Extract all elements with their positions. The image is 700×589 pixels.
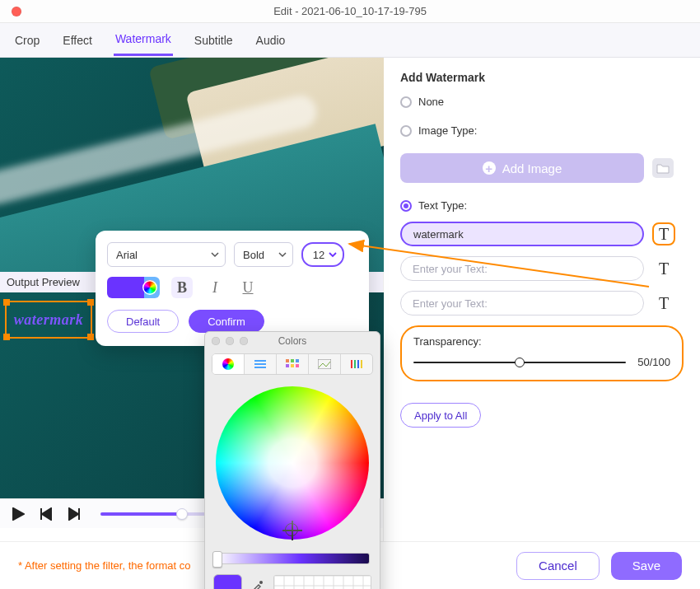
svg-rect-17 (351, 360, 352, 368)
add-image-button[interactable]: + Add Image (400, 153, 644, 183)
eyedropper-button[interactable] (250, 578, 265, 589)
radio-image-row[interactable]: Image Type: (400, 124, 684, 137)
watermark-text-input-3[interactable]: Enter your Text: (400, 291, 644, 316)
colors-traffic-lights[interactable] (212, 337, 248, 345)
pencils-icon (350, 359, 363, 369)
color-wheel-icon (142, 280, 157, 295)
svg-rect-15 (296, 364, 299, 367)
watermark-text-placeholder-2: Enter your Text: (413, 263, 488, 275)
watermark-text-value: watermark (413, 228, 464, 241)
resize-handle-tl[interactable] (3, 299, 10, 306)
radio-text[interactable] (400, 200, 412, 212)
svg-rect-7 (254, 360, 266, 362)
font-size-value: 12 (313, 249, 324, 261)
transparency-value: 50/100 (637, 356, 670, 368)
text-style-button-1[interactable]: T (652, 222, 675, 245)
add-image-label: Add Image (502, 161, 562, 175)
bold-button[interactable]: B (171, 277, 193, 298)
plus-circle-icon: + (483, 161, 496, 175)
font-size-select[interactable]: 12 (301, 242, 344, 267)
cancel-button[interactable]: Cancel (516, 552, 600, 580)
resize-handle-tr[interactable] (87, 299, 94, 306)
transparency-section: Transparency: 50/100 (400, 325, 684, 381)
right-panel-title: Add Watermark (400, 71, 684, 84)
play-button[interactable] (10, 506, 26, 522)
svg-rect-12 (296, 359, 299, 362)
svg-rect-11 (291, 359, 294, 362)
colors-tab-pencils[interactable] (341, 354, 372, 374)
tab-effect[interactable]: Effect (61, 26, 94, 55)
tab-subtitle[interactable]: Subtitle (193, 26, 235, 55)
text-color-button[interactable] (107, 277, 160, 298)
svg-marker-1 (42, 508, 51, 520)
svg-point-21 (259, 581, 263, 584)
colors-title: Colors (278, 335, 307, 347)
current-color-swatch[interactable] (213, 574, 242, 589)
tab-audio[interactable]: Audio (254, 26, 287, 55)
underline-button[interactable]: U (237, 277, 259, 298)
confirm-button[interactable]: Confirm (189, 310, 264, 333)
chevron-down-icon (329, 250, 337, 259)
chevron-down-icon (211, 250, 219, 259)
svg-rect-10 (286, 359, 289, 362)
svg-rect-8 (254, 363, 266, 365)
watermark-bounding-box[interactable]: watermark (5, 301, 92, 339)
svg-marker-0 (13, 508, 24, 520)
text-style-button-3[interactable]: T (652, 292, 675, 315)
radio-none-label: None (418, 96, 444, 108)
radio-none-row[interactable]: None (400, 96, 684, 108)
font-family-value: Arial (116, 249, 138, 261)
svg-rect-19 (357, 360, 359, 368)
apply-to-all-button[interactable]: Apply to All (400, 403, 481, 428)
font-weight-value: Bold (243, 249, 264, 261)
transparency-slider[interactable] (413, 362, 626, 363)
text-style-toolbar: Arial Bold 12 B I U Default (96, 231, 369, 346)
italic-button[interactable]: I (204, 277, 226, 298)
watermark-text-placeholder-3: Enter your Text: (413, 297, 488, 310)
colors-tab-palettes[interactable] (277, 354, 309, 374)
browse-folder-button[interactable] (652, 158, 674, 178)
radio-none[interactable] (400, 96, 412, 108)
transparency-label: Transparency: (413, 335, 670, 348)
watermark-text-input-1[interactable]: watermark (400, 222, 644, 246)
editor-tabs: Crop Effect Watermark Subtitle Audio (0, 23, 700, 58)
radio-image-label: Image Type: (418, 124, 477, 137)
tab-watermark[interactable]: Watermark (114, 24, 173, 56)
svg-rect-18 (354, 360, 356, 368)
step-back-button[interactable] (38, 506, 54, 522)
svg-rect-4 (78, 508, 80, 520)
resize-handle-br[interactable] (87, 334, 94, 340)
sliders-icon (254, 359, 267, 369)
saved-colors-grid[interactable] (273, 575, 371, 589)
color-wheel[interactable] (216, 386, 369, 540)
text-style-button-2[interactable]: T (652, 257, 675, 280)
radio-text-row[interactable]: Text Type: (400, 199, 684, 212)
svg-rect-9 (254, 367, 266, 368)
chevron-down-icon (278, 250, 287, 259)
right-panel: Add Watermark None Image Type: + Add Ima… (384, 58, 700, 541)
colors-tab-sliders[interactable] (245, 354, 277, 374)
radio-image[interactable] (400, 125, 412, 137)
step-forward-button[interactable] (66, 506, 82, 522)
colors-tab-image[interactable] (309, 354, 341, 374)
color-wheel-cursor[interactable] (285, 523, 298, 536)
tab-crop[interactable]: Crop (13, 26, 41, 55)
svg-rect-20 (361, 360, 362, 368)
font-family-select[interactable]: Arial (107, 242, 226, 267)
save-button[interactable]: Save (611, 552, 682, 580)
svg-rect-2 (40, 508, 42, 520)
watermark-text-input-2[interactable]: Enter your Text: (400, 256, 644, 281)
default-button[interactable]: Default (107, 310, 179, 333)
brightness-slider[interactable] (215, 553, 370, 564)
colors-panel[interactable]: Colors (204, 331, 380, 589)
image-icon (318, 359, 331, 369)
colors-tab-wheel[interactable] (212, 354, 245, 374)
resize-handle-bl[interactable] (3, 334, 10, 340)
watermark-preview-text: watermark (14, 311, 84, 329)
svg-rect-16 (318, 359, 331, 369)
brightness-knob[interactable] (212, 551, 222, 568)
colors-mode-tabs[interactable] (212, 353, 373, 375)
main: Output Preview watermark (0, 58, 700, 541)
colors-titlebar[interactable]: Colors (205, 332, 380, 350)
font-weight-select[interactable]: Bold (234, 242, 293, 267)
